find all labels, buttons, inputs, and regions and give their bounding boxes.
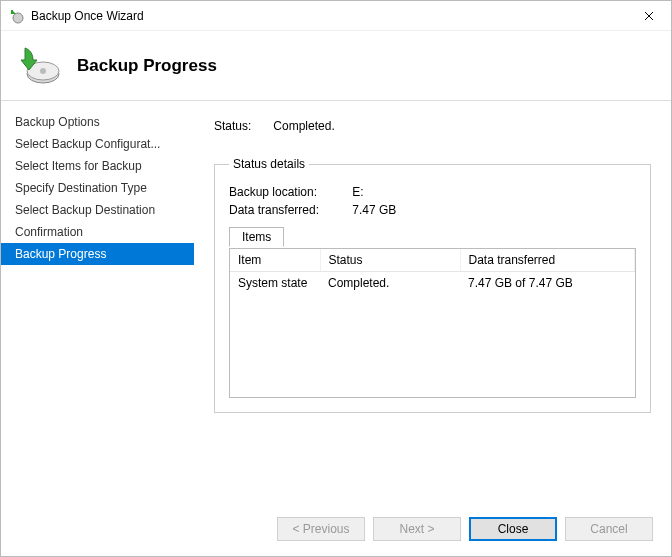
table-cell: System state — [230, 272, 320, 295]
sidebar-item[interactable]: Select Backup Destination — [1, 199, 194, 221]
sidebar-item[interactable]: Select Items for Backup — [1, 155, 194, 177]
status-details-group: Status details Backup location: E: Data … — [214, 157, 651, 413]
sidebar-item[interactable]: Specify Destination Type — [1, 177, 194, 199]
backup-location-row: Backup location: E: — [229, 185, 636, 199]
window-close-button[interactable] — [626, 1, 671, 31]
items-listview[interactable]: Item Status Data transferred System stat… — [229, 248, 636, 398]
col-status[interactable]: Status — [320, 249, 460, 272]
cancel-button: Cancel — [565, 517, 653, 541]
svg-point-0 — [13, 13, 23, 23]
status-line: Status: Completed. — [214, 119, 651, 133]
col-data-transferred[interactable]: Data transferred — [460, 249, 635, 272]
table-row[interactable]: System stateCompleted.7.47 GB of 7.47 GB — [230, 272, 635, 295]
backup-icon — [15, 42, 63, 90]
main-panel: Status: Completed. Status details Backup… — [194, 101, 671, 502]
data-transferred-row: Data transferred: 7.47 GB — [229, 203, 636, 217]
sidebar-item[interactable]: Backup Options — [1, 111, 194, 133]
items-tabstrip: Items — [229, 227, 636, 249]
wizard-header: Backup Progress — [1, 31, 671, 101]
data-transferred-label: Data transferred: — [229, 203, 349, 217]
tab-items[interactable]: Items — [229, 227, 284, 247]
col-item[interactable]: Item — [230, 249, 320, 272]
next-button: Next > — [373, 517, 461, 541]
table-cell: 7.47 GB of 7.47 GB — [460, 272, 635, 295]
backup-location-label: Backup location: — [229, 185, 349, 199]
sidebar-item[interactable]: Confirmation — [1, 221, 194, 243]
wizard-window: Backup Once Wizard Backup Progress Backu… — [0, 0, 672, 557]
backup-location-value: E: — [352, 185, 363, 199]
previous-button: < Previous — [277, 517, 365, 541]
wizard-footer: < Previous Next > Close Cancel — [1, 502, 671, 556]
window-title: Backup Once Wizard — [31, 9, 626, 23]
status-details-legend: Status details — [229, 157, 309, 171]
status-label: Status: — [214, 119, 270, 133]
wizard-steps-sidebar: Backup OptionsSelect Backup Configurat..… — [1, 101, 194, 502]
data-transferred-value: 7.47 GB — [352, 203, 396, 217]
close-button[interactable]: Close — [469, 517, 557, 541]
wizard-body: Backup OptionsSelect Backup Configurat..… — [1, 101, 671, 502]
svg-point-3 — [40, 68, 46, 74]
app-icon — [9, 8, 25, 24]
titlebar: Backup Once Wizard — [1, 1, 671, 31]
page-title: Backup Progress — [77, 56, 217, 76]
status-value: Completed. — [273, 119, 334, 133]
sidebar-item[interactable]: Select Backup Configurat... — [1, 133, 194, 155]
table-cell: Completed. — [320, 272, 460, 295]
sidebar-item[interactable]: Backup Progress — [1, 243, 194, 265]
